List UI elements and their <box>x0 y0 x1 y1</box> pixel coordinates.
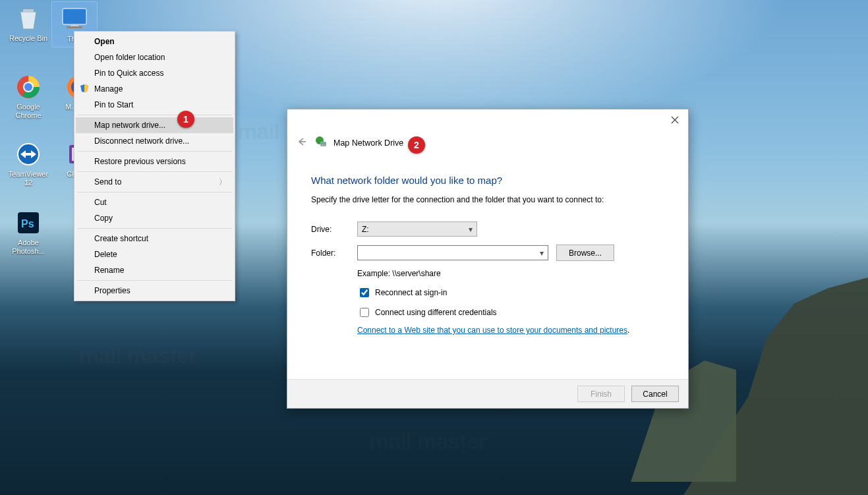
dialog-description: Specify the drive letter for the connect… <box>311 195 664 204</box>
menu-item-cut[interactable]: Cut <box>76 194 233 210</box>
menu-item-open[interactable]: Open <box>76 34 233 49</box>
desktop[interactable]: mail master mail master mail master mail… <box>0 0 868 495</box>
chevron-right-icon: 〉 <box>219 177 227 188</box>
svg-rect-0 <box>23 9 34 12</box>
svg-rect-2 <box>71 24 78 26</box>
svg-rect-1 <box>63 9 86 24</box>
icon-label: Recycle Bin <box>4 34 53 43</box>
drive-select[interactable]: Z: <box>357 221 477 237</box>
desktop-icon-recycle-bin[interactable]: Recycle Bin <box>4 4 53 43</box>
back-button[interactable] <box>297 137 308 149</box>
menu-item-send-to[interactable]: Send to 〉 <box>76 174 233 190</box>
desktop-icon-teamviewer[interactable]: TeamViewer 12 <box>4 140 53 187</box>
context-menu: Open Open folder location Pin to Quick a… <box>74 31 235 301</box>
dialog-heading: What network folder would you like to ma… <box>311 175 664 186</box>
separator <box>77 171 232 172</box>
folder-example-text: Example: \\server\share <box>357 269 664 278</box>
svg-text:Ps: Ps <box>21 218 34 229</box>
teamviewer-icon <box>13 140 44 169</box>
reconnect-checkbox-input[interactable] <box>360 288 369 297</box>
svg-rect-3 <box>67 26 82 28</box>
menu-item-restore-previous-versions[interactable]: Restore previous versions <box>76 154 233 169</box>
icon-label: Adobe Photosh... <box>4 239 53 256</box>
menu-item-map-network-drive[interactable]: Map network drive... <box>76 117 233 133</box>
close-icon <box>671 116 679 124</box>
folder-label: Folder: <box>311 248 349 258</box>
separator <box>77 151 232 152</box>
menu-item-properties[interactable]: Properties <box>76 283 233 299</box>
menu-item-label: Send to <box>94 177 121 187</box>
watermark: mail master <box>79 343 196 368</box>
browse-button[interactable]: Browse... <box>556 245 614 261</box>
drive-label: Drive: <box>311 225 349 234</box>
menu-item-delete[interactable]: Delete <box>76 247 233 262</box>
desktop-icon-chrome[interactable]: Google Chrome <box>4 73 53 120</box>
photoshop-icon: Ps <box>13 208 44 237</box>
close-button[interactable] <box>667 113 683 127</box>
menu-item-pin-quick-access[interactable]: Pin to Quick access <box>76 65 233 81</box>
svg-rect-13 <box>24 153 32 156</box>
finish-button: Finish <box>577 386 625 402</box>
different-credentials-checkbox-input[interactable] <box>360 308 369 317</box>
dialog-title: Map Network Drive <box>333 138 403 148</box>
icon-label: TeamViewer 12 <box>4 170 53 187</box>
menu-item-manage[interactable]: Manage <box>76 81 233 97</box>
menu-item-rename[interactable]: Rename <box>76 262 233 278</box>
shield-icon <box>80 84 89 95</box>
chrome-icon <box>13 73 44 102</box>
dialog-titlebar[interactable] <box>287 109 688 131</box>
desktop-icon-photoshop[interactable]: Ps Adobe Photosh... <box>4 208 53 256</box>
connect-website-link[interactable]: Connect to a Web site that you can use t… <box>357 326 627 335</box>
svg-point-6 <box>24 83 32 91</box>
menu-item-open-folder-location[interactable]: Open folder location <box>76 49 233 65</box>
menu-item-create-shortcut[interactable]: Create shortcut <box>76 231 233 247</box>
arrow-left-icon <box>297 137 307 146</box>
different-credentials-checkbox[interactable]: Connect using different credentials <box>357 306 664 319</box>
menu-item-copy[interactable]: Copy <box>76 210 233 226</box>
menu-item-disconnect-network-drive[interactable]: Disconnect network drive... <box>76 133 233 149</box>
separator <box>77 115 232 115</box>
folder-combobox[interactable] <box>357 245 548 260</box>
callout-badge-2: 2 <box>408 136 425 154</box>
globe-drive-icon <box>315 136 327 150</box>
checkbox-label: Reconnect at sign-in <box>375 288 447 297</box>
callout-badge-1: 1 <box>177 111 194 128</box>
period: . <box>627 326 629 335</box>
svg-rect-22 <box>321 142 326 144</box>
cancel-button[interactable]: Cancel <box>631 386 679 402</box>
drive-value: Z: <box>362 225 369 234</box>
separator <box>77 228 232 229</box>
reconnect-checkbox[interactable]: Reconnect at sign-in <box>357 286 664 299</box>
this-pc-icon <box>59 5 90 34</box>
map-network-drive-dialog: Map Network Drive 2 What network folder … <box>287 109 689 409</box>
watermark: mail master <box>369 428 486 454</box>
icon-label: Google Chrome <box>4 103 53 120</box>
dialog-footer: Finish Cancel <box>287 379 688 408</box>
menu-item-label: Manage <box>94 84 123 94</box>
menu-item-pin-start[interactable]: Pin to Start <box>76 97 233 113</box>
recycle-bin-icon <box>13 4 44 33</box>
checkbox-label: Connect using different credentials <box>375 308 497 317</box>
separator <box>77 280 232 281</box>
separator <box>77 192 232 192</box>
